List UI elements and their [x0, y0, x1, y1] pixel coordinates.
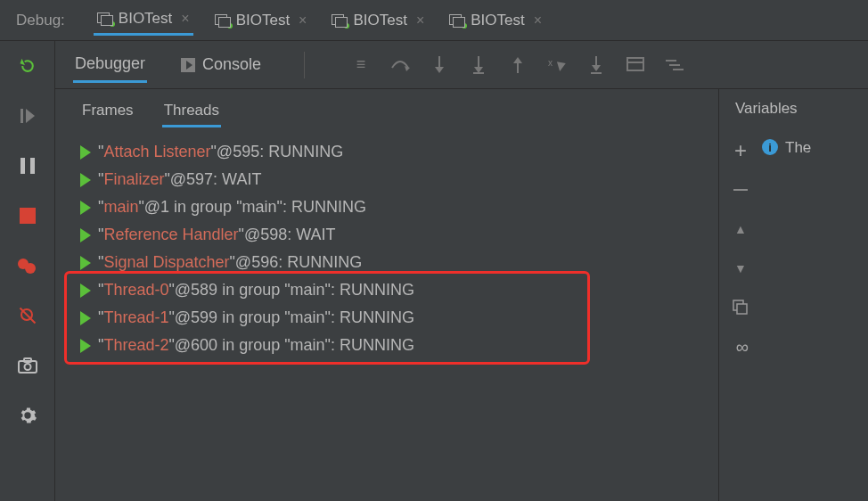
resume-button[interactable] — [15, 103, 40, 128]
step-out-icon[interactable] — [506, 53, 529, 77]
annotation-highlight-box — [64, 271, 590, 365]
mute-breakpoints-button[interactable] — [15, 303, 40, 328]
run-tab-biotest-1[interactable]: BIOTest × — [94, 4, 193, 36]
run-tab-biotest-4[interactable]: BIOTest × — [446, 6, 545, 35]
thread-dump-button[interactable] — [15, 353, 40, 378]
close-icon[interactable]: × — [299, 12, 307, 29]
breakpoints-icon — [18, 259, 37, 273]
debugger-tab-row: Debugger Console ≡ — [55, 41, 868, 89]
close-icon[interactable]: × — [416, 12, 424, 29]
copy-icon — [733, 300, 749, 316]
show-watches-button[interactable]: ∞ — [729, 335, 752, 358]
drop-frame-icon[interactable]: x — [545, 53, 569, 77]
svg-rect-1 — [20, 158, 25, 174]
svg-rect-13 — [627, 58, 643, 70]
thread-name: Signal Dispatcher — [103, 253, 229, 271]
thread-suffix: @1 in group "main": RUNNING — [144, 198, 366, 216]
svg-rect-2 — [30, 158, 35, 174]
step-into-icon[interactable] — [428, 53, 451, 77]
run-tab-biotest-2[interactable]: BIOTest × — [211, 6, 311, 35]
pause-button[interactable] — [15, 153, 40, 178]
thread-label: "Finalizer"@597: WAIT — [98, 170, 261, 189]
run-to-cursor-icon[interactable] — [585, 53, 608, 77]
frames-threads-tabs: Frames Threads — [55, 89, 718, 133]
pause-icon — [20, 157, 36, 175]
run-config-icon — [449, 14, 465, 27]
thread-suffix: @595: RUNNING — [217, 143, 343, 160]
variables-action-rail: + ▲ ▼ ∞ — [719, 128, 762, 501]
thread-row[interactable]: "Reference Handler"@598: WAIT — [77, 221, 709, 249]
expand-icon — [80, 173, 91, 187]
expand-icon — [80, 145, 91, 160]
thread-row[interactable]: "Finalizer"@597: WAIT — [77, 166, 709, 193]
stop-icon — [20, 208, 36, 224]
thread-name: main — [103, 198, 138, 216]
step-over-icon[interactable] — [389, 53, 412, 77]
svg-text:x: x — [548, 58, 553, 68]
camera-icon — [18, 357, 37, 374]
expand-icon — [80, 256, 91, 270]
thread-suffix: @597: WAIT — [170, 170, 262, 188]
debug-label: Debug: — [16, 12, 65, 29]
variables-content: i The — [762, 128, 868, 501]
run-tab-label: BIOTest — [236, 12, 290, 29]
tab-threads[interactable]: Threads — [162, 96, 221, 127]
main-panel: Debugger Console ≡ — [55, 41, 868, 501]
minus-icon — [733, 189, 748, 191]
run-config-icon — [215, 14, 231, 27]
thread-row[interactable]: "main"@1 in group "main": RUNNING — [77, 193, 709, 221]
thread-suffix: @596: RUNNING — [235, 253, 362, 271]
thread-label: "Signal Dispatcher"@596: RUNNING — [98, 253, 362, 272]
thread-suffix: @598: WAIT — [244, 226, 336, 243]
resume-icon — [19, 107, 37, 125]
stop-button[interactable] — [15, 203, 40, 228]
settings-button[interactable] — [15, 403, 40, 428]
duplicate-watch-button[interactable] — [729, 296, 752, 319]
force-step-into-icon[interactable] — [467, 53, 490, 77]
new-watch-button[interactable]: + — [729, 139, 752, 162]
variables-message: The — [785, 139, 811, 157]
run-config-icon — [332, 14, 348, 27]
tab-debugger[interactable]: Debugger — [73, 47, 147, 83]
show-execution-point-icon[interactable]: ≡ — [349, 53, 373, 77]
step-toolbar: ≡ x — [349, 53, 686, 77]
close-icon[interactable]: × — [181, 11, 189, 27]
thread-name: Finalizer — [103, 170, 164, 188]
mute-breakpoints-icon — [20, 308, 36, 324]
variables-panel: Variables + ▲ ▼ ∞ i The — [718, 89, 868, 501]
variables-header: Variables — [719, 89, 868, 128]
gear-icon — [18, 406, 37, 425]
view-breakpoints-button[interactable] — [15, 253, 40, 278]
thread-name: Attach Listener — [103, 143, 210, 160]
tab-frames[interactable]: Frames — [80, 96, 135, 127]
expand-icon — [80, 228, 91, 242]
thread-label: "Attach Listener"@595: RUNNING — [98, 143, 343, 161]
tab-console[interactable]: Console — [179, 48, 263, 81]
svg-rect-0 — [20, 109, 23, 123]
evaluate-expression-icon[interactable] — [624, 53, 647, 77]
info-icon: i — [762, 139, 778, 155]
left-action-rail — [0, 41, 55, 501]
run-tab-label: BIOTest — [471, 12, 524, 29]
thread-row[interactable]: "Attach Listener"@595: RUNNING — [77, 138, 709, 166]
rerun-button[interactable] — [15, 53, 40, 78]
run-tab-label: BIOTest — [353, 12, 406, 29]
move-watch-down-button[interactable]: ▼ — [729, 257, 752, 280]
run-tab-label: BIOTest — [119, 10, 172, 28]
expand-icon — [80, 201, 91, 215]
move-watch-up-button[interactable]: ▲ — [729, 218, 752, 241]
thread-name: Reference Handler — [103, 226, 238, 243]
remove-watch-button[interactable] — [729, 178, 752, 201]
top-run-tabs-bar: Debug: BIOTest × BIOTest × BIOTest × BIO… — [0, 0, 868, 41]
thread-label: "Reference Handler"@598: WAIT — [98, 226, 336, 244]
run-tab-biotest-3[interactable]: BIOTest × — [328, 6, 428, 35]
close-icon[interactable]: × — [534, 12, 542, 29]
svg-point-5 — [24, 364, 30, 370]
tab-console-label: Console — [202, 55, 261, 74]
console-icon — [181, 58, 195, 72]
run-config-icon — [97, 12, 113, 25]
thread-list: "Attach Listener"@595: RUNNING"Finalizer… — [55, 133, 718, 368]
frames-threads-area: Frames Threads "Attach Listener"@595: RU… — [55, 89, 718, 501]
divider — [304, 52, 305, 78]
trace-current-stream-chain-icon[interactable] — [663, 53, 686, 77]
